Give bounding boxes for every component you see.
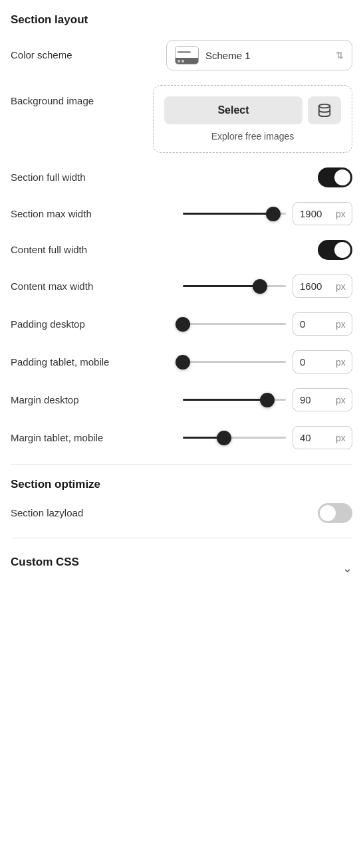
section-max-width-input[interactable]: px [293, 202, 352, 225]
padding-tablet-row: Padding tablet, mobile px [11, 350, 352, 374]
margin-tablet-control: px [183, 426, 352, 449]
slider-thumb-padding-desktop [176, 317, 190, 332]
content-max-width-slider[interactable] [183, 280, 286, 293]
content-max-width-value[interactable] [300, 280, 333, 292]
slider-fill-margin-desktop [183, 399, 267, 401]
padding-desktop-row: Padding desktop px [11, 312, 352, 336]
margin-desktop-control: px [183, 388, 352, 411]
scheme-icon-dot [178, 60, 180, 62]
scheme-icon [175, 46, 199, 64]
select-button[interactable]: Select [164, 96, 302, 124]
divider-2 [11, 538, 352, 538]
section-max-width-label: Section max width [11, 207, 92, 221]
slider-thumb-content [253, 279, 267, 294]
content-max-width-unit: px [336, 281, 346, 292]
section-max-width-value[interactable] [300, 208, 333, 219]
color-scheme-label: Color scheme [11, 49, 72, 62]
padding-tablet-label: Padding tablet, mobile [11, 356, 109, 369]
content-max-width-input[interactable]: px [293, 274, 352, 298]
svg-point-0 [319, 104, 330, 108]
padding-desktop-label: Padding desktop [11, 318, 85, 331]
slider-track-margin-desktop [183, 399, 286, 401]
database-icon-button[interactable] [308, 96, 341, 124]
margin-tablet-input[interactable]: px [293, 426, 352, 449]
margin-desktop-slider[interactable] [183, 393, 286, 407]
background-image-row: Background image Select Explore free ima… [11, 85, 352, 153]
content-max-width-label: Content max width [11, 280, 93, 293]
scheme-icon-dot-2 [182, 60, 184, 62]
scheme-value: Scheme 1 [205, 50, 251, 61]
slider-thumb-margin-desktop [260, 393, 275, 407]
background-image-box: Select Explore free images [153, 85, 352, 153]
margin-tablet-label: Margin tablet, mobile [11, 431, 103, 445]
content-max-width-control: px [183, 274, 352, 298]
chevron-down-icon: ⌄ [342, 561, 352, 576]
database-icon [317, 103, 332, 118]
padding-desktop-unit: px [336, 319, 346, 330]
section-lazyload-toggle[interactable] [318, 503, 352, 523]
explore-images-link[interactable]: Explore free images [164, 131, 341, 142]
section-full-width-row: Section full width [11, 167, 352, 187]
padding-tablet-input[interactable]: px [293, 350, 352, 374]
custom-css-label: Custom CSS [11, 556, 79, 569]
slider-thumb [266, 207, 281, 221]
padding-desktop-control: px [183, 312, 352, 336]
content-full-width-toggle-knob [334, 242, 350, 258]
padding-desktop-slider[interactable] [183, 318, 286, 331]
slider-fill [183, 213, 273, 215]
padding-tablet-control: px [183, 350, 352, 374]
padding-desktop-input[interactable]: px [293, 312, 352, 336]
section-full-width-toggle[interactable] [318, 167, 352, 187]
section-full-width-toggle-knob [334, 169, 350, 185]
slider-track-padding-tablet [183, 361, 286, 363]
section-max-width-row: Section max width px [11, 202, 352, 225]
color-scheme-row: Color scheme Scheme 1 ⇅ [11, 40, 352, 70]
content-full-width-label: Content full width [11, 243, 87, 257]
section-max-width-slider[interactable] [183, 207, 286, 221]
section-layout-title: Section layout [11, 13, 352, 27]
content-full-width-toggle[interactable] [318, 240, 352, 260]
section-lazyload-row: Section lazyload [11, 503, 352, 523]
margin-desktop-row: Margin desktop px [11, 388, 352, 411]
custom-css-row[interactable]: Custom CSS ⌄ [11, 552, 352, 585]
slider-track-padding-desktop [183, 323, 286, 325]
padding-desktop-value[interactable] [300, 318, 333, 330]
scheme-icon-bottom [176, 58, 198, 64]
slider-thumb-padding-tablet [176, 355, 190, 370]
divider-1 [11, 464, 352, 465]
margin-desktop-unit: px [336, 395, 346, 405]
slider-thumb-margin-tablet [217, 431, 231, 445]
section-full-width-label: Section full width [11, 171, 86, 184]
margin-tablet-value[interactable] [300, 432, 333, 443]
section-max-width-control: px [183, 202, 352, 225]
scheme-icon-line [178, 51, 191, 53]
padding-tablet-unit: px [336, 357, 346, 368]
select-row: Select [164, 96, 341, 124]
section-max-width-unit: px [336, 209, 346, 219]
margin-desktop-value[interactable] [300, 394, 333, 405]
scheme-select-left: Scheme 1 [175, 46, 251, 64]
slider-track-content [183, 285, 286, 287]
padding-tablet-slider[interactable] [183, 356, 286, 369]
margin-desktop-input[interactable]: px [293, 388, 352, 411]
content-max-width-row: Content max width px [11, 274, 352, 298]
section-lazyload-toggle-knob [320, 505, 336, 521]
content-full-width-row: Content full width [11, 240, 352, 260]
background-image-label: Background image [11, 94, 94, 108]
slider-track [183, 213, 286, 215]
color-scheme-select[interactable]: Scheme 1 ⇅ [166, 40, 352, 70]
margin-tablet-row: Margin tablet, mobile px [11, 426, 352, 449]
slider-fill-content [183, 285, 260, 287]
chevron-updown-icon: ⇅ [336, 50, 344, 60]
scheme-icon-top [176, 47, 198, 58]
margin-tablet-unit: px [336, 433, 346, 443]
padding-tablet-value[interactable] [300, 356, 333, 368]
margin-tablet-slider[interactable] [183, 431, 286, 445]
margin-desktop-label: Margin desktop [11, 393, 79, 407]
slider-track-margin-tablet [183, 437, 286, 439]
section-optimize-title: Section optimize [11, 478, 352, 491]
section-lazyload-label: Section lazyload [11, 506, 83, 520]
